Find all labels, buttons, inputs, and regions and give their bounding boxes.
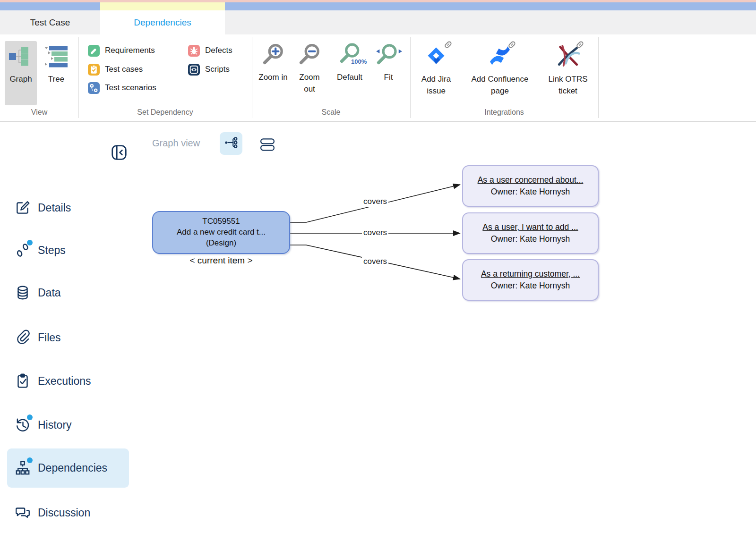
sidebar-item-label: Steps (38, 244, 66, 257)
active-tab-accent-strip (100, 2, 225, 10)
dependency-node-owner: Owner: Kate Hornysh (491, 280, 570, 292)
group-separator (78, 37, 79, 118)
scripts-button[interactable]: Scripts (188, 63, 230, 76)
add-confluence-page-label: Add Confluence page (462, 74, 538, 97)
dependency-node[interactable]: As a returning customer, ... Owner: Kate… (462, 259, 599, 301)
test-cases-button[interactable]: Test cases (88, 63, 143, 76)
current-item-id: TC059551 (202, 216, 240, 227)
paperclip-badge-icon (443, 40, 453, 52)
collapse-panel-button[interactable] (111, 144, 128, 161)
scripts-icon (188, 64, 200, 76)
default-scale-button[interactable]: 100% Default (331, 42, 369, 84)
fit-scale-button[interactable]: Fit (372, 42, 404, 84)
dependency-node-title[interactable]: As a returning customer, ... (481, 268, 580, 280)
scripts-label: Scripts (205, 65, 230, 74)
group-label-integrations: Integrations (410, 107, 598, 118)
zoom-out-button[interactable]: Zoom out (293, 42, 326, 95)
dependency-node[interactable]: As a user, I want to add ... Owner: Kate… (462, 212, 599, 254)
tab-dependencies[interactable]: Dependencies (100, 10, 225, 34)
current-item-caption: < current item > (152, 255, 290, 266)
graph-view-label: Graph (9, 74, 32, 84)
add-confluence-page-button[interactable]: Add Confluence page (462, 42, 538, 97)
group-separator (252, 37, 252, 118)
test-scenarios-icon (88, 82, 100, 94)
sidebar-item-executions[interactable]: Executions (14, 369, 132, 393)
graph-toggle-icon (223, 135, 239, 152)
tree-view-button[interactable]: Tree (41, 41, 72, 105)
test-cases-label: Test cases (105, 65, 143, 74)
sidebar-item-dependencies[interactable]: Dependencies (14, 456, 132, 480)
executions-icon (14, 372, 31, 389)
sidebar-item-files[interactable]: Files (14, 326, 132, 349)
view-mode-title: Graph view (152, 138, 209, 149)
tree-view-icon (44, 45, 69, 70)
app-window: Test Case Dependencies Graph (0, 0, 756, 541)
sidebar-item-label: Data (38, 287, 61, 299)
graph-view-button[interactable]: Graph (5, 41, 37, 105)
dependency-node-title[interactable]: As a user, I want to add ... (482, 221, 578, 233)
paperclip-badge-icon (575, 40, 585, 52)
sidebar-item-label: Files (38, 331, 61, 344)
sidebar-item-label: Dependencies (38, 462, 107, 474)
zoom-in-button[interactable]: Zoom in (258, 42, 289, 84)
test-cases-icon (88, 64, 100, 76)
sidebar-item-data[interactable]: Data (14, 281, 132, 304)
default-scale-percent: 100% (351, 58, 367, 65)
current-item-title: Add a new credit card t... (177, 227, 266, 238)
test-scenarios-label: Test scenarios (105, 83, 156, 93)
zoom-out-label: Zoom out (293, 72, 326, 95)
edge-label-covers: covers (362, 228, 388, 238)
requirements-label: Requirements (105, 46, 155, 55)
edge-label-covers: covers (362, 256, 388, 267)
group-label-set-dependency: Set Dependency (78, 107, 252, 118)
dependency-node[interactable]: As a user concerned about... Owner: Kate… (462, 165, 599, 207)
notification-dot (27, 457, 33, 463)
list-layout-toggle[interactable] (260, 137, 275, 152)
sidebar-item-label: History (38, 419, 72, 431)
notification-dot (27, 414, 33, 420)
tab-test-case[interactable]: Test Case (0, 10, 100, 34)
fit-icon (375, 42, 402, 69)
graph-layout-toggle[interactable] (220, 132, 242, 155)
current-item-node[interactable]: TC059551 Add a new credit card t... (Des… (152, 211, 290, 254)
defects-button[interactable]: Defects (188, 44, 232, 57)
requirements-button[interactable]: Requirements (88, 44, 155, 57)
sidebar-item-steps[interactable]: Steps (14, 238, 132, 262)
current-item-state: (Design) (206, 238, 236, 249)
link-otrs-ticket-button[interactable]: Link OTRS ticket (541, 42, 594, 97)
sidebar-item-label: Executions (38, 375, 91, 388)
fit-scale-label: Fit (384, 72, 393, 84)
confluence-icon (487, 42, 513, 71)
requirements-icon (88, 45, 100, 57)
link-otrs-ticket-label: Link OTRS ticket (541, 74, 594, 97)
zoom-in-label: Zoom in (258, 72, 287, 84)
default-scale-label: Default (337, 72, 362, 84)
dependency-node-owner: Owner: Kate Hornysh (491, 186, 570, 198)
group-label-scale: Scale (252, 107, 410, 118)
graph-view-icon (8, 45, 34, 70)
dependency-node-title[interactable]: As a user concerned about... (478, 174, 584, 186)
paperclip-badge-icon (507, 40, 517, 52)
sidebar-item-discussion[interactable]: Discussion (14, 501, 132, 524)
data-icon (14, 284, 31, 301)
group-separator (598, 37, 599, 118)
sidebar-item-label: Discussion (38, 507, 90, 519)
files-icon (14, 329, 31, 346)
jira-icon (423, 42, 449, 71)
edge-label-covers: covers (362, 196, 388, 207)
defects-icon (188, 45, 200, 57)
tree-view-label: Tree (48, 74, 64, 84)
history-icon (14, 416, 31, 433)
sidebar-item-history[interactable]: History (14, 413, 132, 437)
default-scale-icon: 100% (338, 42, 361, 69)
defects-label: Defects (205, 46, 232, 55)
otrs-icon (555, 42, 581, 71)
add-jira-issue-button[interactable]: Add Jira issue (416, 42, 456, 97)
dependency-node-owner: Owner: Kate Hornysh (491, 233, 570, 245)
sidebar-item-label: Details (38, 202, 71, 214)
discussion-icon (14, 504, 31, 521)
details-icon (14, 199, 31, 216)
dependencies-icon (14, 459, 31, 476)
sidebar-item-details[interactable]: Details (14, 196, 132, 220)
test-scenarios-button[interactable]: Test scenarios (88, 81, 156, 94)
